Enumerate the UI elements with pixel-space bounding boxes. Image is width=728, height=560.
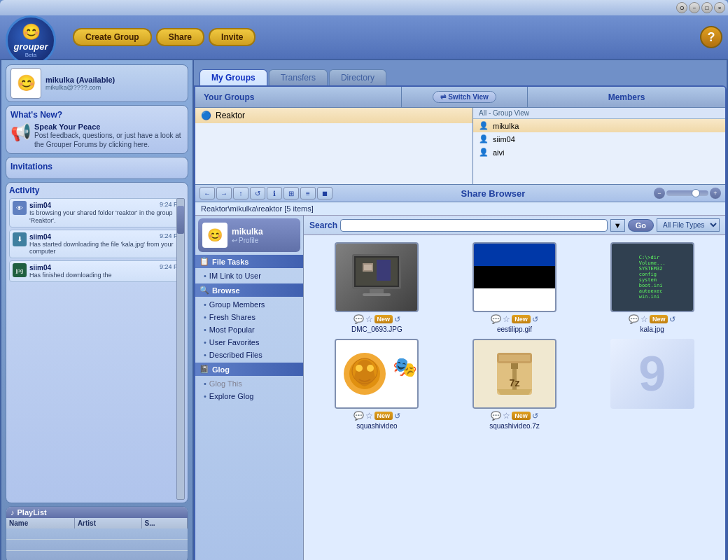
chat-icon[interactable]: 💬	[491, 314, 501, 324]
create-group-button[interactable]: Create Group	[73, 28, 152, 46]
search-input[interactable]	[340, 219, 608, 232]
browse-icon: 🔍	[200, 286, 209, 295]
playlist-box: ♪ PlayList Name Artist S...	[6, 506, 188, 561]
sidebar-item-group-members[interactable]: Group Members	[195, 298, 303, 311]
member-item-siim04[interactable]: 👤 siim04	[473, 132, 725, 146]
speak-peace-text: Post feedback, questions, or just have a…	[34, 131, 183, 149]
file-item-dmc: 💬 ☆ New ↺ DMC_0693.JPG	[311, 242, 443, 333]
chat-icon[interactable]: 💬	[629, 314, 639, 324]
share-button[interactable]: Share	[156, 28, 204, 46]
sidebar-item-explore-glog[interactable]: Explore Glog	[195, 390, 303, 402]
switch-view-container: ⇌ Switch View	[402, 87, 528, 107]
window-controls: ⊙ − □ ×	[676, 2, 725, 13]
user-card-info: mikulka ↩ Profile	[232, 227, 263, 244]
sidebar-item-glog-this[interactable]: Glog This	[195, 377, 303, 390]
star-icon[interactable]: ☆	[640, 314, 648, 324]
title-bar: ⊙ − □ ×	[0, 0, 728, 15]
browse-title: Browse	[212, 286, 240, 295]
nav-refresh-button[interactable]: ↺	[250, 187, 265, 200]
nav-up-button[interactable]: ↑	[233, 187, 248, 200]
user-card-profile[interactable]: ↩ Profile	[232, 237, 263, 244]
file-item-nine: 9	[586, 339, 718, 430]
file-type-select[interactable]: All File Types	[657, 218, 720, 232]
glog-title: Glog	[212, 365, 230, 374]
whats-new-box: What's New? 📢 Speak Your Peace Post feed…	[6, 105, 188, 154]
nav-info-button[interactable]: ℹ	[267, 187, 282, 200]
whats-new-content: 📢 Speak Your Peace Post feedback, questi…	[10, 122, 183, 149]
maximize-btn[interactable]: □	[701, 2, 713, 13]
restore-btn[interactable]: ⊙	[676, 2, 687, 13]
playlist-row	[6, 540, 188, 551]
file-thumbnail-squash7z[interactable]: 7z	[472, 339, 556, 409]
logo-beta-text: Beta	[13, 52, 48, 58]
file-tasks-title: File Tasks	[212, 258, 248, 266]
invite-button[interactable]: Invite	[209, 28, 255, 46]
help-button[interactable]: ?	[700, 26, 722, 48]
zoom-thumb	[692, 189, 700, 197]
glog-icon: 📓	[200, 365, 209, 374]
star-icon[interactable]: ☆	[365, 314, 373, 324]
file-actions-dmc: 💬 ☆ New ↺	[354, 314, 401, 324]
sidebar-item-user-favorites[interactable]: User Favorites	[195, 336, 303, 349]
search-label: Search	[309, 220, 337, 230]
file-thumbnail-squash[interactable]: 🎭	[335, 339, 419, 409]
search-go-button[interactable]: Go	[628, 219, 654, 232]
activity-scroll-thumb	[177, 206, 184, 234]
nav-stop-button[interactable]: ⏹	[317, 187, 332, 200]
nav-list-button[interactable]: ≡	[300, 187, 316, 200]
whats-new-title: What's New?	[10, 110, 183, 120]
refresh-icon[interactable]: ↺	[394, 315, 400, 324]
switch-icon: ⇌	[440, 93, 446, 101]
activity-scroll-container: 👁 siim04 9:24 PL Is browsing your shared…	[9, 198, 185, 500]
search-dropdown-button[interactable]: ▼	[610, 219, 625, 232]
activity-text: Has started downloading the file 'kala.j…	[29, 241, 181, 256]
chat-icon[interactable]: 💬	[354, 411, 364, 421]
app-header: 😊 grouper Beta Create Group Share Invite…	[0, 15, 728, 59]
member-item-aivi[interactable]: 👤 aivi	[473, 146, 725, 159]
file-thumbnail-dmc[interactable]	[335, 242, 419, 312]
file-name-kala: kala.jpg	[640, 326, 664, 333]
nav-back-button[interactable]: ←	[200, 187, 215, 200]
activity-text: Has finished downloading the	[29, 272, 181, 279]
group-item-reaktor[interactable]: 🔵 Reaktor	[195, 108, 472, 123]
svg-rect-7	[364, 265, 372, 270]
tab-my-groups[interactable]: My Groups	[200, 69, 267, 85]
file-thumbnail-flag[interactable]	[472, 242, 556, 312]
profile-icon: ↩	[232, 237, 237, 244]
activity-scrollbar[interactable]	[176, 198, 185, 500]
chat-icon[interactable]: 💬	[354, 314, 364, 324]
tab-directory[interactable]: Directory	[329, 69, 386, 85]
member-item-mikulka[interactable]: 👤 mikulka	[473, 119, 725, 132]
star-icon[interactable]: ☆	[503, 314, 510, 324]
sidebar-item-most-popular[interactable]: Most Popular	[195, 323, 303, 336]
user-profile-box[interactable]: 😊 mikulka (Available) mikulka@????.com	[6, 64, 188, 102]
new-badge: New	[512, 412, 531, 420]
star-icon[interactable]: ☆	[503, 411, 510, 421]
chat-icon[interactable]: 💬	[491, 411, 501, 421]
nav-forward-button[interactable]: →	[216, 187, 232, 200]
tab-transfers[interactable]: Transfers	[269, 69, 328, 85]
members-view-label: All - Group View	[473, 108, 725, 119]
zoom-in-button[interactable]: +	[710, 188, 721, 199]
zoom-out-button[interactable]: −	[654, 188, 665, 199]
refresh-icon[interactable]: ↺	[669, 315, 676, 324]
nav-grid-button[interactable]: ⊞	[284, 187, 299, 200]
file-name-dmc: DMC_0693.JPG	[351, 326, 402, 333]
sidebar-item-im-link[interactable]: IM Link to User	[195, 270, 303, 282]
refresh-icon[interactable]: ↺	[532, 315, 538, 324]
close-btn[interactable]: ×	[714, 2, 725, 13]
minimize-btn[interactable]: −	[689, 2, 700, 13]
activity-text: Is browsing your shared folder 'reaktor'…	[29, 209, 181, 225]
app-logo: 😊 grouper Beta	[6, 15, 56, 66]
refresh-icon[interactable]: ↺	[532, 412, 538, 421]
refresh-icon[interactable]: ↺	[394, 412, 400, 421]
file-thumbnail-kala[interactable]: C:\>dirVolume...SYSTEM32configsystemboot…	[610, 242, 694, 312]
zoom-track[interactable]	[666, 190, 708, 196]
sidebar-item-described-files[interactable]: Described Files	[195, 349, 303, 361]
groups-members-split: 🔵 Reaktor All - Group View 👤 mikulka 👤 s…	[195, 108, 725, 185]
new-badge: New	[650, 315, 668, 323]
svg-text:7z: 7z	[510, 377, 520, 388]
star-icon[interactable]: ☆	[365, 411, 373, 421]
switch-view-button[interactable]: ⇌ Switch View	[433, 91, 496, 103]
sidebar-item-fresh-shares[interactable]: Fresh Shares	[195, 311, 303, 323]
